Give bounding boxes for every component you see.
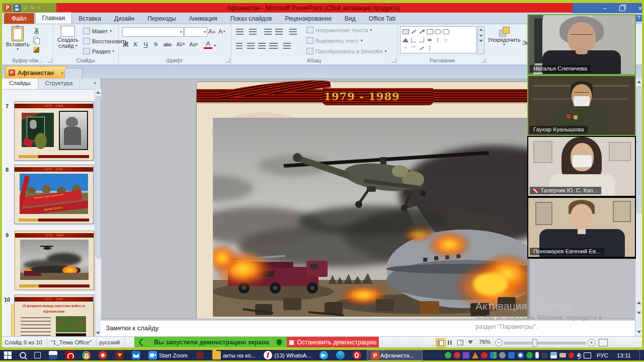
shape-arc-icon[interactable]	[410, 45, 418, 51]
justify-icon[interactable]	[269, 43, 278, 49]
view-reading-button[interactable]	[456, 338, 465, 346]
shadow-button[interactable]: S	[151, 40, 160, 49]
taskbar-folder-icon[interactable]	[208, 350, 222, 360]
powerpoint-logo-icon[interactable]: P	[4, 5, 11, 12]
shape-scribble-icon[interactable]: ~	[401, 45, 410, 51]
tab-insert[interactable]: Вставка	[72, 13, 108, 24]
font-color-button[interactable]: А	[204, 40, 212, 49]
paragraph-dialog-launcher[interactable]	[392, 58, 396, 62]
save-icon[interactable]	[14, 5, 21, 12]
panel-scrollbar-thumb[interactable]	[96, 96, 101, 258]
shape-rectangle-icon[interactable]	[426, 28, 434, 35]
view-slideshow-button[interactable]	[466, 338, 475, 346]
font-color-dropdown-icon[interactable]: ▾	[214, 44, 216, 48]
task-view-button[interactable]	[30, 350, 45, 360]
format-painter-icon[interactable]	[33, 47, 39, 53]
taskbar-edge-icon[interactable]	[332, 350, 349, 360]
increase-indent-icon[interactable]	[275, 29, 283, 35]
scroll-up-icon[interactable]	[637, 81, 641, 83]
tray-monitor-icon[interactable]	[541, 353, 548, 358]
taskbar-whatsapp-label[interactable]: (13) WhatsA...	[273, 352, 315, 358]
shape-rounded-rectangle-icon[interactable]	[442, 28, 450, 35]
layout-button[interactable]: Макет▾	[83, 28, 112, 34]
panel-tab-slides[interactable]: Слайды	[2, 79, 38, 89]
panel-tab-outline[interactable]: Структура	[38, 79, 80, 89]
volume-icon[interactable]	[577, 353, 580, 357]
taskbar-chrome-icon[interactable]	[78, 350, 95, 360]
tab-review[interactable]: Рецензирование	[278, 13, 338, 24]
tab-file[interactable]: Файл	[4, 13, 34, 24]
clock[interactable]: 13:11	[614, 352, 634, 358]
zoom-in-button[interactable]: +	[588, 339, 595, 346]
slide-thumbnail-10[interactable]: 1979 - 1989 15 февраля-вывод советских в…	[14, 295, 94, 336]
taskbar-zoom-label[interactable]: Start Zoom	[158, 352, 192, 358]
taskbar-powerpoint-active[interactable]: P Афганиста...	[367, 350, 423, 360]
bold-button[interactable]: Ж	[121, 40, 130, 49]
scroll-down-icon[interactable]	[637, 331, 641, 333]
language-indicator[interactable]: РУС	[594, 352, 611, 358]
tab-home[interactable]: Главная	[35, 12, 72, 24]
align-left-icon[interactable]	[236, 43, 243, 49]
taskbar-telegram-icon[interactable]	[315, 350, 332, 360]
tray-red-icon[interactable]	[454, 352, 460, 358]
align-text-button[interactable]: Выровнять текст▾	[306, 37, 363, 44]
shape-brace-close-icon[interactable]: }	[426, 45, 434, 51]
network-icon[interactable]	[584, 352, 591, 358]
shape-brace-icon[interactable]: {	[434, 37, 442, 43]
tab-design[interactable]: Дизайн	[108, 13, 141, 24]
text-direction-button[interactable]: Направление текста▾	[306, 27, 372, 33]
tray-check-icon[interactable]	[445, 352, 451, 358]
zoom-slider-track[interactable]	[504, 342, 586, 344]
shape-elbow-arrow-icon[interactable]	[418, 37, 426, 43]
align-center-icon[interactable]	[247, 43, 255, 49]
zoom-restore-icon[interactable]	[619, 6, 625, 11]
tray-gray-icon[interactable]	[499, 352, 506, 358]
taskbar-downloader-icon[interactable]	[111, 350, 128, 360]
font-name-combo[interactable]: ▾	[122, 27, 184, 37]
tab-animations[interactable]: Анимация	[182, 13, 223, 24]
main-scrollbar[interactable]	[635, 79, 642, 336]
bullets-icon[interactable]	[236, 29, 244, 35]
columns-icon[interactable]	[283, 43, 291, 49]
document-tab-close-icon[interactable]: ×	[61, 70, 64, 76]
redo-icon[interactable]: ↻	[30, 5, 35, 11]
shapes-gallery[interactable]: { ☆ ~ }	[400, 26, 476, 53]
strikethrough-button[interactable]: abc	[162, 40, 174, 49]
slide-canvas[interactable]: 1979 - 1989	[196, 82, 528, 320]
zoom-close-icon[interactable]: ×	[638, 5, 642, 12]
underline-button[interactable]: Ч	[141, 40, 150, 49]
next-slide-icon[interactable]	[637, 312, 641, 314]
tray-green-icon[interactable]	[526, 352, 533, 358]
show-desktop-button[interactable]	[639, 350, 642, 360]
cut-icon[interactable]	[33, 28, 40, 34]
help-icon[interactable]: ?	[635, 15, 642, 22]
taskbar-zoom-icon[interactable]	[144, 350, 158, 360]
italic-button[interactable]: К	[131, 40, 140, 49]
grow-font-button[interactable]: А▲	[208, 27, 216, 36]
previous-slide-icon[interactable]	[637, 302, 641, 304]
participant-video-2[interactable]: Гаухар Куанышова	[527, 75, 636, 136]
participant-video-4[interactable]: Пономарев Евгений Ев...	[527, 197, 636, 258]
taskbar-folder-label[interactable]: акты на ко...	[222, 352, 260, 358]
document-tab-new[interactable]	[64, 68, 83, 79]
shape-line-icon[interactable]	[410, 28, 418, 35]
fit-to-window-button[interactable]	[599, 339, 608, 346]
zoom-level[interactable]: 76%	[479, 339, 491, 345]
tab-view[interactable]: Вид	[338, 13, 362, 24]
numbering-icon[interactable]	[249, 29, 257, 35]
line-spacing-icon[interactable]	[289, 29, 297, 35]
tab-slideshow[interactable]: Показ слайдов	[224, 13, 279, 24]
quick-access-dropdown-icon[interactable]: ▾	[37, 5, 39, 11]
font-dialog-launcher[interactable]	[226, 58, 230, 62]
arrange-button[interactable]: Упорядочить ▾	[488, 27, 521, 47]
scroll-down-icon[interactable]	[96, 332, 100, 334]
taskbar-app-red-icon[interactable]	[95, 350, 111, 360]
view-normal-button[interactable]	[436, 338, 446, 347]
tray-blue-icon[interactable]	[508, 352, 515, 358]
zoom-slider-handle[interactable]	[532, 339, 537, 347]
tray-c-icon[interactable]	[569, 352, 574, 358]
zoom-out-button[interactable]: –	[495, 339, 503, 346]
tray-mic-icon[interactable]	[535, 352, 539, 358]
taskbar-opera-icon[interactable]	[349, 350, 365, 360]
drawing-dialog-launcher[interactable]	[481, 58, 486, 62]
